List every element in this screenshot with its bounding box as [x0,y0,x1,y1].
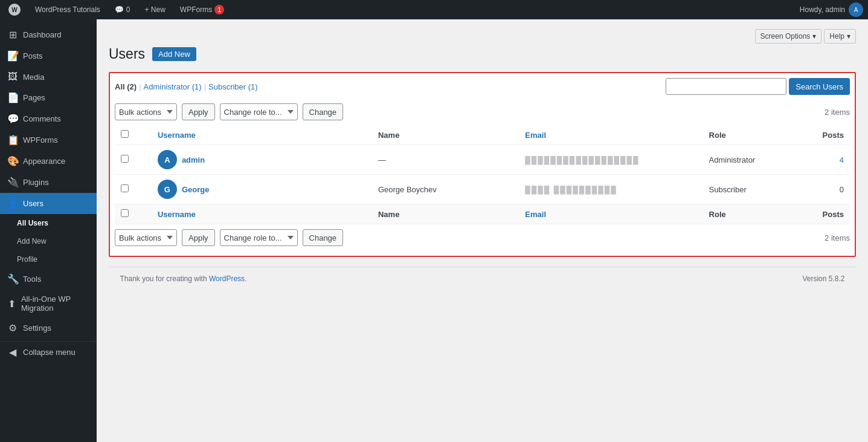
appearance-icon: 🎨 [7,155,18,167]
filter-all[interactable]: All (2) [115,82,137,91]
sidebar-item-media[interactable]: 🖼 Media [0,67,97,87]
row-select-admin[interactable] [121,155,129,163]
footer-username-sort-link[interactable]: Username [158,210,196,219]
sidebar-item-dashboard[interactable]: ⊞ Dashboard [0,24,97,45]
filter-subscriber[interactable]: Subscriber (1) [208,82,258,91]
footer-header-email[interactable]: Email [519,204,702,224]
wpforms-label: WPForms [180,5,212,14]
add-new-label: Add New [17,237,47,245]
sidebar-item-label: Posts [23,51,43,60]
new-content-item[interactable]: + New [141,0,169,19]
filter-sep-1: | [139,82,141,91]
sidebar-item-comments[interactable]: 💬 Comments [0,108,97,129]
bulk-actions-select-top[interactable]: Bulk actions Delete [115,103,177,120]
admin-name-cell: — [372,145,519,175]
sidebar-item-plugins[interactable]: 🔌 Plugins [0,172,97,193]
page-header: Users Add New [109,46,856,62]
george-username-link[interactable]: George [182,185,210,194]
footer-header-username[interactable]: Username [152,204,372,224]
george-email-cell: ████ ██████████ [519,175,702,204]
table-header-row: Username Name Email Role Posts [115,125,850,145]
wp-logo-item[interactable]: W [5,0,24,19]
users-table: Username Name Email Role Posts [115,125,850,224]
sidebar-item-label: Pages [23,93,45,102]
sidebar-item-posts[interactable]: 📝 Posts [0,45,97,67]
screen-options-button[interactable]: Screen Options ▾ [755,29,822,44]
sidebar-item-label: Media [23,73,44,82]
sidebar-item-label: Dashboard [23,30,62,39]
items-count-bottom: 2 items [825,233,850,242]
settings-icon: ⚙ [7,322,18,334]
sidebar-subitem-add-new[interactable]: Add New [0,232,97,250]
help-button[interactable]: Help ▾ [824,29,856,44]
sidebar-item-appearance[interactable]: 🎨 Appearance [0,151,97,172]
george-role-cell: Subscriber [703,175,791,204]
sidebar-item-migration[interactable]: ⬆ All-in-One WP Migration [0,290,97,317]
admin-username-cell: A admin [152,145,372,175]
sidebar-item-tools[interactable]: 🔧 Tools [0,268,97,290]
bulk-actions-select-bottom[interactable]: Bulk actions Delete [115,229,177,246]
comments-item[interactable]: 💬 0 [111,0,134,19]
site-name-item[interactable]: WordPress Tutorials [31,0,104,19]
admin-top-bar: W WordPress Tutorials 💬 0 + New WPForms … [0,0,868,19]
email-sort-link[interactable]: Email [525,131,546,140]
howdy-section[interactable]: Howdy, admin A [800,2,863,17]
sidebar-item-label: All-in-One WP Migration [21,294,91,313]
filter-links: All (2) | Administrator (1) | Subscriber… [115,82,258,91]
filter-admin-count: (1) [192,82,202,91]
filter-subscriber-label: Subscriber [208,82,246,91]
filter-all-count: (2) [127,82,137,91]
sidebar-subitem-profile[interactable]: Profile [0,250,97,268]
sidebar-item-label: Tools [23,275,41,284]
sidebar-collapse-menu[interactable]: ◀ Collapse menu [0,341,97,363]
search-users-button[interactable]: Search Users [789,78,850,95]
search-row: Search Users [666,78,850,95]
apply-button-bottom[interactable]: Apply [182,229,215,246]
page-title: Users [109,46,145,62]
change-role-select-top[interactable]: Change role to... Subscriber Contributor… [220,103,298,120]
wpforms-icon: 📋 [7,134,18,146]
table-footer-header-row: Username Name Email Role Posts [115,204,850,224]
change-button-top[interactable]: Change [303,103,344,120]
admin-username-link[interactable]: admin [182,155,205,164]
header-username[interactable]: Username [152,125,372,145]
table-row: G George George Boychev ████ ██████████ … [115,175,850,204]
header-email[interactable]: Email [519,125,702,145]
sidebar-item-users[interactable]: 👤 Users [0,193,97,214]
posts-icon: 📝 [7,50,18,62]
header-checkbox-col [115,125,152,145]
add-new-button[interactable]: Add New [152,47,196,61]
pages-icon: 📄 [7,92,18,103]
sidebar-item-pages[interactable]: 📄 Pages [0,87,97,108]
apply-button-top[interactable]: Apply [182,103,215,120]
filter-admin-label: Administrator [144,82,190,91]
select-all-checkbox[interactable] [121,130,129,138]
all-users-label: All Users [17,219,48,227]
search-input[interactable] [666,78,786,95]
footer-wordpress-link[interactable]: WordPress [209,275,245,283]
filter-administrator[interactable]: Administrator (1) [144,82,202,91]
george-avatar: G [158,180,177,199]
select-all-checkbox-bottom[interactable] [121,209,129,217]
filter-sep-2: | [204,82,206,91]
help-arrow: ▾ [847,32,850,41]
footer-email-sort-link[interactable]: Email [525,210,546,219]
sidebar-subitem-all-users[interactable]: All Users [0,214,97,232]
footer-header-name: Name [372,204,519,224]
wpforms-item[interactable]: WPForms 1 [176,0,228,19]
sidebar-item-wpforms[interactable]: 📋 WPForms [0,129,97,151]
comments-icon: 💬 [7,113,18,125]
row-select-george[interactable] [121,184,129,192]
change-role-select-bottom[interactable]: Change role to... Subscriber Contributor… [220,229,298,246]
sidebar-item-settings[interactable]: ⚙ Settings [0,317,97,339]
sidebar-item-label: Settings [23,323,51,333]
sidebar-item-label: Users [23,199,43,208]
admin-posts-link[interactable]: 4 [840,155,844,164]
wp-logo-icon: W [8,4,21,16]
comments-icon: 💬 [115,5,124,14]
media-icon: 🖼 [7,71,18,82]
screen-options-label: Screen Options [760,32,811,41]
filter-all-label: All [115,82,125,91]
change-button-bottom[interactable]: Change [303,229,344,246]
username-sort-link[interactable]: Username [158,131,196,140]
